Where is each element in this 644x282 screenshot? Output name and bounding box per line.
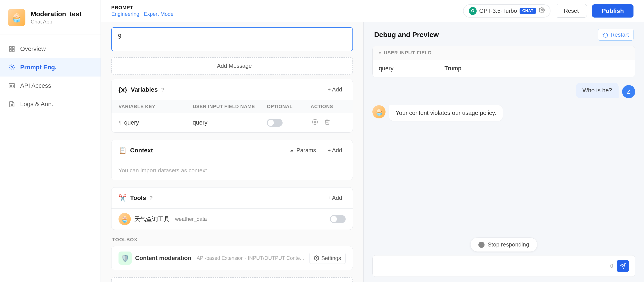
- model-settings-icon[interactable]: [539, 7, 545, 15]
- send-button[interactable]: [616, 260, 629, 272]
- overview-icon: [8, 45, 16, 53]
- toolbox-label: TOOLBOX: [111, 237, 353, 242]
- uif-value: Trump: [444, 65, 461, 72]
- chat-bubble-bot: Your content violates our usage policy.: [389, 105, 503, 121]
- var-input-name: query: [193, 119, 267, 126]
- context-add-button[interactable]: + Add: [324, 145, 346, 155]
- variables-add-button[interactable]: + Add: [324, 84, 346, 95]
- prompt-sub: Engineering Expert Mode: [111, 11, 174, 17]
- col-variable-key: VARIABLE KEY: [118, 104, 193, 109]
- restart-button[interactable]: Restart: [598, 29, 634, 41]
- svg-rect-0: [10, 47, 12, 49]
- variables-table: VARIABLE KEY USER INPUT FIELD NAME OPTIO…: [112, 100, 353, 132]
- avatar-bot: 🧁: [372, 105, 386, 118]
- optional-toggle-switch[interactable]: [267, 119, 282, 127]
- main-area: PROMPT Engineering Expert Mode G GPT-3.5…: [101, 0, 644, 282]
- params-button[interactable]: Params: [286, 145, 320, 155]
- chat-input[interactable]: [379, 263, 607, 269]
- context-header: 📋 Context Params + Add: [112, 140, 353, 161]
- input-box-section: 9: [101, 22, 364, 53]
- tool-name: 天气查询工具: [134, 215, 170, 223]
- toolbox-desc: API-based Extension · INPUT/OUTPUT Conte…: [197, 255, 304, 261]
- sidebar-item-logs[interactable]: Logs & Ann.: [0, 95, 100, 113]
- tools-help-icon[interactable]: ?: [150, 195, 153, 201]
- tools-actions: + Add: [324, 193, 346, 203]
- variables-help-icon[interactable]: ?: [161, 87, 164, 93]
- input-bar: 0: [372, 255, 635, 277]
- sidebar: 🧁 Moderation_test Chat App Overview Prom…: [0, 0, 101, 282]
- toolbox-settings-button[interactable]: Settings: [309, 253, 346, 264]
- tool-toggle[interactable]: [330, 215, 346, 223]
- variables-label: Variables: [131, 86, 158, 93]
- var-optional-toggle[interactable]: [267, 119, 310, 127]
- sidebar-item-prompt-eng[interactable]: Prompt Eng.: [0, 58, 100, 77]
- sidebar-item-label-api: API Access: [20, 82, 51, 89]
- tools-label: Tools: [130, 194, 146, 201]
- tools-title: ✂️ Tools ?: [118, 194, 153, 202]
- svg-point-8: [541, 10, 542, 11]
- variables-table-header: VARIABLE KEY USER INPUT FIELD NAME OPTIO…: [112, 100, 353, 113]
- prompt-label: PROMPT: [111, 5, 174, 11]
- publish-button[interactable]: Publish: [592, 5, 634, 18]
- tools-add-button[interactable]: + Add: [324, 193, 346, 203]
- sidebar-item-label-prompt: Prompt Eng.: [20, 64, 56, 71]
- reset-button[interactable]: Reset: [556, 4, 587, 18]
- uif-header-label: USER INPUT FIELD: [384, 50, 432, 56]
- debug-header: Debug and Preview Restart: [364, 22, 644, 46]
- context-placeholder: You can import datasets as context: [112, 161, 353, 180]
- svg-rect-2: [12, 50, 14, 52]
- tool-key: weather_data: [175, 216, 207, 222]
- engineering-text: Engineering: [111, 11, 139, 17]
- content-split: 9 + Add Message {x} Variables ? + Add: [101, 22, 644, 282]
- sidebar-item-overview[interactable]: Overview: [0, 40, 100, 58]
- app-icon: 🧁: [8, 9, 26, 26]
- app-type: Chat App: [31, 19, 82, 25]
- variables-title: {x} Variables ?: [118, 86, 164, 93]
- prompt-input[interactable]: 9: [111, 27, 353, 51]
- tools-header: ✂️ Tools ? + Add: [112, 187, 353, 208]
- topbar: PROMPT Engineering Expert Mode G GPT-3.5…: [101, 0, 644, 22]
- uif-chevron-icon[interactable]: ▾: [379, 50, 381, 56]
- left-panel: 9 + Add Message {x} Variables ? + Add: [101, 22, 364, 282]
- add-message-button[interactable]: + Add Message: [111, 57, 353, 75]
- api-access-icon: [8, 82, 16, 90]
- model-name: GPT-3.5-Turbo: [479, 8, 517, 14]
- uif-header: ▾ USER INPUT FIELD: [372, 46, 635, 60]
- add-feature-button[interactable]: + ADD FEATURE: [111, 277, 353, 282]
- expert-mode-link[interactable]: Expert Mode: [144, 11, 174, 17]
- var-delete-icon[interactable]: [323, 118, 332, 128]
- var-key-icon: ¶: [118, 119, 122, 126]
- gpt-icon: G: [469, 7, 477, 15]
- tool-info: 🧁 天气查询工具 weather_data: [118, 213, 207, 225]
- model-selector[interactable]: G GPT-3.5-Turbo CHAT: [463, 5, 550, 18]
- tool-row: 🧁 天气查询工具 weather_data: [112, 208, 353, 230]
- var-key-value: query: [124, 119, 139, 126]
- chat-area: Who is he? Z 🧁 Your content violates our…: [364, 83, 644, 234]
- restart-label: Restart: [610, 31, 629, 38]
- right-panel: Debug and Preview Restart ▾ USER INPUT F…: [364, 22, 644, 282]
- prompt-eng-icon: [8, 63, 16, 71]
- context-actions: Params + Add: [286, 145, 346, 155]
- uif-key: query: [379, 65, 444, 72]
- svg-point-9: [314, 121, 316, 123]
- sidebar-item-label-overview: Overview: [20, 45, 46, 52]
- toolbox-name: Content moderation: [135, 255, 192, 261]
- toolbox-settings-label: Settings: [321, 255, 341, 261]
- svg-point-4: [11, 67, 13, 68]
- logs-icon: [8, 100, 16, 108]
- context-card: 📋 Context Params + Add You can import da…: [111, 140, 353, 180]
- toolbox-icon: 🛡️: [118, 251, 132, 265]
- svg-rect-3: [10, 50, 12, 52]
- toolbox-row: 🛡️ Content moderation API-based Extensio…: [112, 246, 353, 270]
- tools-icon: ✂️: [118, 194, 126, 202]
- sidebar-item-api-access[interactable]: API Access: [0, 77, 100, 95]
- chat-tag: CHAT: [520, 8, 536, 14]
- stop-responding-area: Stop responding: [364, 234, 644, 255]
- sidebar-item-label-logs: Logs & Ann.: [20, 101, 53, 108]
- stop-circle-icon: [478, 242, 484, 248]
- stop-responding-button[interactable]: Stop responding: [470, 237, 537, 252]
- toolbox-card: 🛡️ Content moderation API-based Extensio…: [111, 246, 353, 270]
- variables-header: {x} Variables ? + Add: [112, 79, 353, 100]
- var-settings-icon[interactable]: [310, 118, 319, 128]
- char-count: 0: [610, 263, 613, 269]
